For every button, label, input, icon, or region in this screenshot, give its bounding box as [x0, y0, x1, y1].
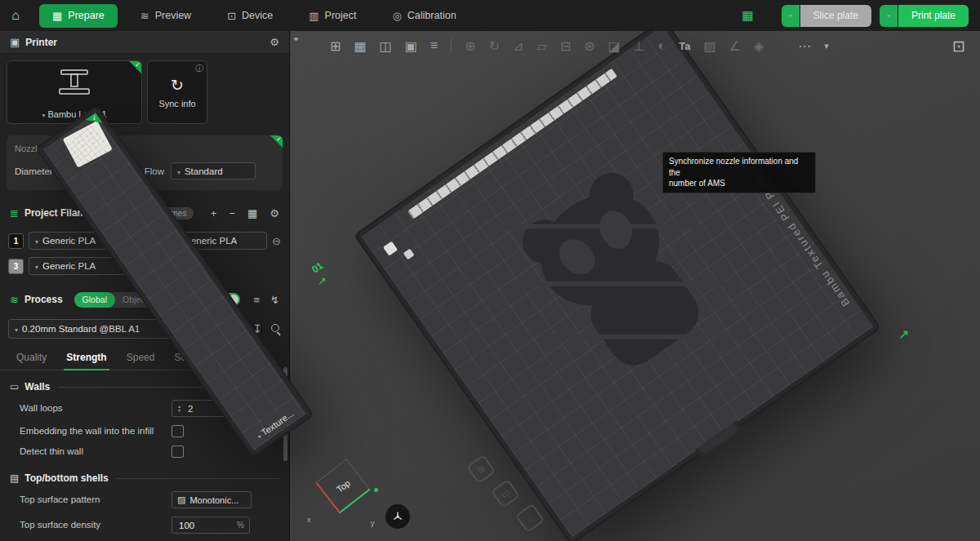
chevron-down-icon: [15, 324, 18, 334]
build-plate[interactable]: Bambu Textured PEI Plat: [356, 31, 880, 541]
plate-handle-notch: [695, 420, 744, 460]
process-icon: ≋: [10, 294, 19, 306]
tab-preview[interactable]: ≋ Preview: [122, 0, 209, 31]
wall-loops-value: 2: [183, 404, 193, 414]
thin-wall-label: Detect thin wall: [20, 446, 172, 458]
scale-icon[interactable]: ⊿: [513, 38, 523, 54]
delete-filament-icon[interactable]: ⊖: [272, 235, 281, 247]
add-object-icon[interactable]: ⊞: [330, 38, 341, 54]
viewport-3d[interactable]: ◂▸ ⊞ ▦ ◫ ▣ ≡ ⊕ ↻ ⊿ ▱ ⊟ ⊛ ◪ ⊥ ◐ Ta ▨ ∠ ◈ …: [291, 31, 980, 541]
view-orientation-gizmo[interactable]: Top x y: [305, 457, 383, 534]
check-icon: ✓: [135, 61, 140, 69]
measure-icon[interactable]: ∠: [729, 38, 741, 54]
info-icon[interactable]: ⓘ: [195, 63, 203, 74]
shells-group-title: Top/bottom shells: [24, 472, 108, 484]
tab-prepare[interactable]: ▦ Prepare: [39, 4, 118, 28]
lay-flat-icon[interactable]: ▱: [537, 38, 546, 54]
cut-icon[interactable]: ⊟: [560, 38, 571, 54]
plate-marker-icon: ⊚: [466, 455, 496, 484]
prepare-icon: ▦: [52, 10, 62, 22]
chevron-down-icon: [35, 236, 38, 246]
boolean-icon[interactable]: ⊛: [584, 38, 595, 54]
add-filament-icon[interactable]: +: [211, 207, 217, 220]
home-button[interactable]: ⌂: [0, 0, 31, 31]
tab-device[interactable]: ⊡ Device: [209, 0, 291, 31]
color-paint-icon[interactable]: ◐: [658, 38, 666, 53]
text-tool-icon[interactable]: Ta: [679, 40, 690, 52]
topbar-right: ▦ Slice plate Print plate: [742, 5, 980, 27]
plate-marker-icon: ◌: [515, 503, 545, 533]
sync-info-label: Sync info: [158, 99, 195, 109]
left-sidebar: ▣ Printer ⚙ Bambu Lab A1 ✓: [0, 31, 290, 541]
more-tools-icon[interactable]: ⋯: [798, 38, 811, 54]
import-file-icon[interactable]: ◫: [380, 38, 392, 54]
tab-calibration[interactable]: ◎ Calibration: [374, 0, 474, 31]
filament-color-swatch[interactable]: 3: [8, 259, 24, 274]
diameter-label: Diameter: [15, 166, 53, 176]
slice-button-group: Slice plate: [782, 5, 871, 27]
tab-quality[interactable]: Quality: [7, 345, 56, 370]
search-icon[interactable]: [271, 324, 281, 334]
flow-select[interactable]: Standard: [171, 162, 256, 180]
view-mode-list-icon[interactable]: ≡: [254, 294, 261, 306]
axis-y-label: y: [371, 519, 375, 527]
gizmo-top-face[interactable]: Top: [315, 459, 370, 513]
filament-select[interactable]: Generic PLA: [29, 257, 126, 275]
add-plate-icon[interactable]: ▦: [354, 38, 366, 54]
calibration-icon: ◎: [392, 10, 401, 22]
embed-wall-checkbox[interactable]: [172, 425, 184, 437]
plate-type-dropdown[interactable]: Texture...: [255, 408, 296, 441]
print-dropdown-chevron[interactable]: [880, 5, 898, 27]
sync-info-button[interactable]: ↻ Sync info ⓘ: [147, 60, 207, 124]
assembly-view-icon[interactable]: ◈: [754, 38, 764, 54]
rotate-icon[interactable]: ↻: [489, 38, 500, 54]
top-surface-pattern-select[interactable]: ▨ Monotonic...: [172, 491, 252, 508]
tab-strength[interactable]: Strength: [56, 345, 116, 370]
remove-filament-icon[interactable]: −: [229, 207, 235, 220]
viewport-toolbar: ⊞ ▦ ◫ ▣ ≡ ⊕ ↻ ⊿ ▱ ⊟ ⊛ ◪ ⊥ ◐ Ta ▨ ∠ ◈ ⋯ ▾: [330, 31, 829, 60]
fuzzy-skin-icon[interactable]: ▨: [703, 38, 715, 54]
plate-origin-arrow-icon: ↗: [318, 275, 327, 287]
camera-view-button[interactable]: [385, 504, 410, 529]
scope-global-button[interactable]: Global: [74, 292, 115, 308]
printer-settings-gear-icon[interactable]: ⚙: [270, 36, 279, 48]
gizmo-y-axis-dot: [374, 488, 378, 492]
filament-color-swatch[interactable]: 1: [8, 233, 24, 249]
support-paint-icon[interactable]: ⊥: [634, 38, 645, 54]
split-window-icon[interactable]: ▣: [405, 38, 417, 54]
printer-image: [57, 69, 91, 98]
filament-settings-gear-icon[interactable]: ⚙: [270, 207, 279, 220]
filament-name: Generic PLA: [42, 261, 96, 271]
viewport-toolbar-right: ⊡: [952, 31, 965, 60]
print-plate-button[interactable]: Print plate: [898, 5, 969, 27]
arrange-plate-icon[interactable]: ⊡: [952, 37, 965, 55]
stepper-arrows-icon[interactable]: ▴▾: [172, 405, 183, 413]
ams-icon[interactable]: ▦: [247, 207, 257, 220]
shells-group-header: ▤ Top/bottom shells: [0, 462, 289, 487]
preview-icon: ≋: [140, 10, 149, 22]
tab-preview-label: Preview: [155, 10, 191, 21]
sidebar-collapse-handle[interactable]: ◂▸: [293, 34, 297, 42]
slice-dropdown-chevron[interactable]: [782, 5, 800, 27]
slice-plate-button[interactable]: Slice plate: [800, 5, 871, 27]
top-surface-pattern-label: Top surface pattern: [20, 494, 172, 506]
ams-status-icon[interactable]: ▦: [742, 8, 753, 23]
plate-axis-arrow-icon: ↗: [898, 326, 909, 342]
filament-name: Generic PLA: [42, 236, 96, 246]
tools-chevron-icon[interactable]: ▾: [824, 41, 829, 51]
object-list-icon[interactable]: ≡: [430, 38, 438, 53]
seam-paint-icon[interactable]: ◪: [608, 38, 620, 54]
top-surface-density-row: Top surface density 100 %: [0, 512, 289, 538]
advanced-options-icon[interactable]: ↯: [270, 294, 279, 306]
tab-speed[interactable]: Speed: [117, 345, 165, 370]
printer-card[interactable]: Bambu Lab A1 ✓: [7, 60, 142, 124]
thin-wall-checkbox[interactable]: [172, 446, 184, 458]
walls-icon: ▭: [10, 381, 19, 392]
tab-calibration-label: Calibration: [408, 10, 457, 21]
move-icon[interactable]: ⊕: [465, 38, 475, 54]
gizmo-top-label: Top: [334, 477, 351, 494]
process-preset-value: 0.20mm Standard @BBL A1: [22, 324, 140, 334]
tab-project[interactable]: ▥ Project: [291, 0, 374, 31]
plate-corner-chip: [403, 248, 415, 259]
top-surface-density-input[interactable]: 100 %: [172, 517, 250, 534]
